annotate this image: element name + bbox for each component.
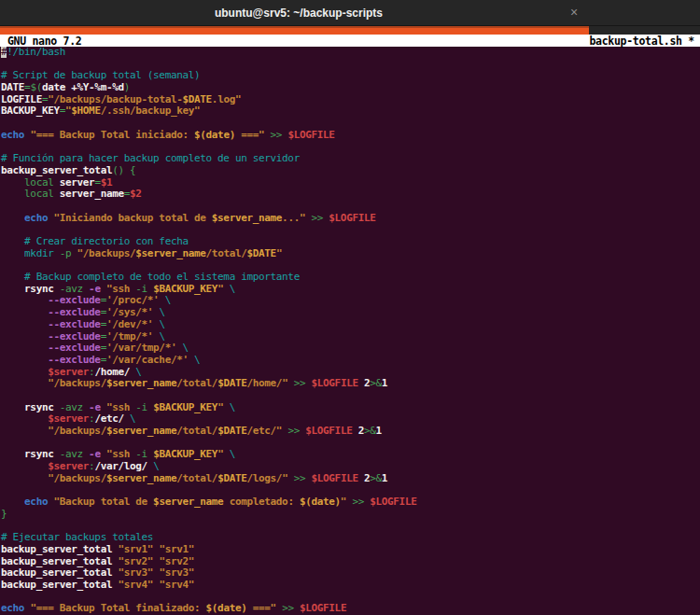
code-token [1, 271, 24, 283]
code-area[interactable]: #!/bin/bash# Script de backup total (sem… [0, 47, 700, 615]
code-token: $server [48, 366, 89, 378]
code-token [1, 342, 48, 354]
code-token: \ [230, 283, 235, 295]
code-token: backup_server_total [1, 566, 118, 579]
code-token: 1 [382, 377, 387, 389]
code-token [1, 176, 24, 189]
code-token: "=== Backup Total iniciado: [30, 129, 194, 141]
close-icon[interactable]: × [570, 5, 578, 20]
code-token: backup_server_total [1, 164, 112, 176]
code-token: $(date) [194, 129, 235, 141]
code-line: echo "=== Backup Total iniciado: $(date)… [1, 130, 700, 142]
code-token: echo [1, 129, 24, 141]
code-token: \ [130, 412, 135, 425]
code-token: $LOGFILE [312, 377, 358, 389]
code-token: \ [159, 330, 164, 342]
code-token [1, 306, 48, 318]
code-token: "/backups/backup-total- [48, 93, 182, 105]
code-token: $server_name [106, 425, 176, 437]
code-token: /.ssh/backup_key" [101, 105, 201, 117]
code-token: $server_name [135, 247, 205, 259]
code-token: # Script de backup total (semanal) [1, 69, 200, 81]
code-token: rsync [1, 448, 60, 460]
code-token: "srv3" [118, 566, 153, 579]
code-token: --exclude [48, 354, 100, 366]
code-token: /total/ [206, 247, 247, 259]
code-token: \ [165, 294, 171, 306]
code-token: "ssh [106, 448, 135, 460]
code-token: $BACKUP_KEY [153, 283, 217, 295]
code-token: /home/ [94, 366, 130, 378]
code-token: "srv3" [159, 566, 194, 579]
code-token [1, 366, 48, 378]
code-token: $DATE [217, 377, 246, 389]
code-token: /var/log/ [94, 460, 147, 472]
code-token: \ [182, 342, 188, 354]
code-token: mkdir [24, 247, 53, 259]
terminal-window: ubuntu@srv5: ~/backup-scripts × GNU nano… [0, 0, 700, 615]
code-token: LOGFILE [1, 93, 42, 105]
code-token: echo [24, 212, 48, 224]
code-token: "srv1" [118, 543, 153, 555]
code-token: -i [135, 283, 147, 295]
code-token: \ [230, 448, 235, 460]
code-token: >& [364, 425, 376, 437]
code-token: "/backups/ [77, 247, 136, 259]
code-token: $BACKUP_KEY [153, 448, 217, 460]
code-token: $server_name [153, 496, 223, 508]
code-token: $server [48, 412, 89, 425]
code-token: >& [370, 377, 382, 389]
code-token: '/var/tmp/*' [106, 342, 176, 354]
code-token: $server_name [212, 212, 282, 224]
code-token [1, 247, 24, 259]
code-token: >> [294, 472, 306, 484]
code-token: "srv2" [118, 555, 153, 567]
code-token: $server_name [106, 377, 176, 389]
code-token: ..." [282, 212, 305, 224]
code-token: # Crear directorio con fecha [24, 235, 189, 247]
code-line: "/backups/$server_name/total/$DATE/logs/… [1, 473, 700, 485]
code-token: $LOGFILE [287, 129, 334, 141]
code-token: \ [153, 460, 159, 472]
accent-strip [0, 26, 700, 35]
code-token: $DATE [217, 472, 246, 484]
code-token: -avz [60, 448, 83, 460]
code-token: 1 [382, 472, 387, 484]
code-token [1, 354, 48, 366]
code-line: BACKUP_KEY="$HOME/.ssh/backup_key" [1, 105, 700, 118]
code-token: '/sys/*' [106, 306, 153, 318]
code-token: -e [89, 283, 101, 295]
code-token: $server [48, 460, 89, 472]
code-token: server [53, 176, 94, 189]
code-token: date +%Y-%m-%d [42, 81, 124, 93]
code-token: >> [352, 496, 364, 508]
code-token: # Ejecutar backups totales [1, 531, 153, 543]
code-token [1, 425, 48, 437]
code-token: server_name [53, 188, 123, 200]
code-token: >> [294, 377, 306, 389]
code-line: echo "=== Backup Total finalizado: $(dat… [1, 603, 700, 615]
code-line: "/backups/$server_name/total/$DATE/home/… [1, 378, 700, 390]
window-titlebar[interactable]: ubuntu@srv5: ~/backup-scripts × [0, 0, 700, 26]
code-token [1, 412, 48, 425]
code-token: echo [24, 496, 48, 508]
code-token: backup_server_total [1, 555, 118, 567]
code-token: >> [271, 129, 283, 141]
code-token: $(date) [206, 602, 247, 614]
code-token: "=== Backup Total finalizado: [30, 602, 205, 614]
code-token: \ [194, 354, 200, 366]
code-token: >& [370, 472, 382, 484]
code-token: "/backups/ [48, 472, 106, 484]
window-title: ubuntu@srv5: ~/backup-scripts [215, 7, 383, 20]
code-token [1, 235, 24, 247]
code-token: /logs/" [247, 472, 288, 484]
nano-filename-label: backup-total.sh * [589, 35, 694, 48]
code-token: /total/ [176, 377, 217, 389]
code-token: $1 [101, 176, 113, 189]
code-token: /total/ [176, 425, 217, 437]
code-token: local [24, 176, 53, 189]
code-token: >> [311, 212, 323, 224]
code-token: .log" [212, 93, 241, 105]
code-token: -i [135, 448, 147, 460]
code-token: 2 [352, 425, 364, 437]
